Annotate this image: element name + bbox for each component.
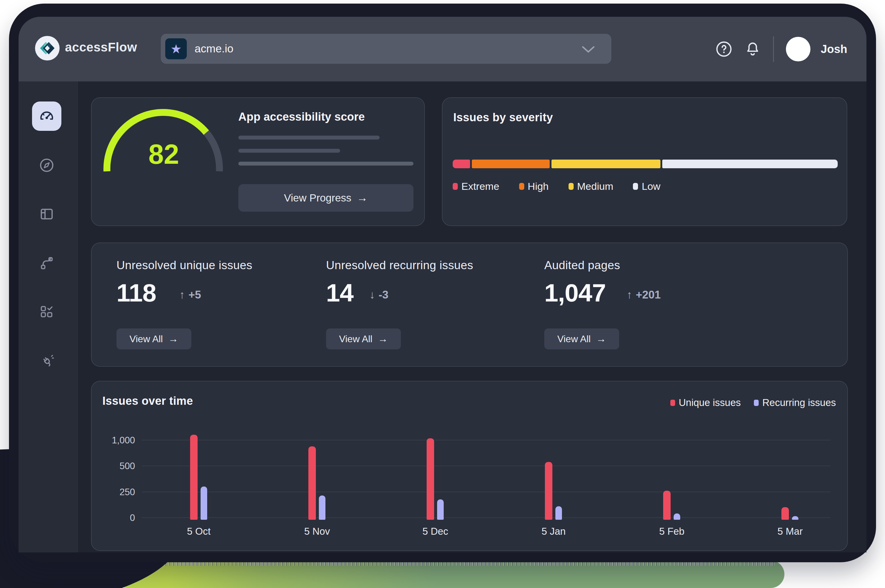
gridline [142,440,831,440]
background-green-strip [114,561,784,588]
y-axis-tick-label: 500 [98,461,135,471]
bar-unique-5-jan [545,462,552,520]
avatar[interactable] [786,37,810,62]
main-content: 82 App accessibility score View Progress… [78,81,867,552]
legend-item: Unique issues [670,397,741,408]
severity-card-title: Issues by severity [453,111,553,124]
score-value: 82 [134,136,194,172]
stat-title: Audited pages [544,259,620,272]
sidebar-item-integrations[interactable] [32,346,62,375]
brand-logo [35,36,60,60]
y-axis-tick-label: 1,000 [98,435,135,446]
legend-swatch-icon [633,183,638,190]
x-axis-tick-label: 5 Jan [524,526,584,537]
stat-value: 14 [326,278,353,308]
severity-segment-medium [552,160,660,168]
help-button[interactable] [716,41,732,57]
legend-item: High [519,180,549,192]
severity-segment-extreme [453,160,470,168]
stat-title: Unresolved recurring issues [326,259,473,272]
legend-label: High [528,180,549,192]
legend-label: Low [642,180,660,192]
plug-icon [39,352,55,369]
sidebar-item-pages[interactable] [32,200,62,229]
legend-item: Recurring issues [754,397,836,408]
bar-recurring-5-nov [319,495,326,520]
workspace-switcher[interactable]: ★ acme.io [161,34,611,64]
topbar: accessFlow ★ acme.io [18,17,867,81]
x-axis-tick-label: 5 Oct [169,526,229,537]
stat-delta: ↑ +201 [627,289,661,301]
legend-label: Medium [577,180,614,192]
sidebar-item-tasks[interactable] [32,297,62,326]
arrow-up-icon: ↑ [179,289,185,301]
bar-unique-5-dec [427,438,434,520]
issues-over-time-card: Issues over time Unique issuesRecurring … [91,381,848,551]
flow-icon [39,255,55,271]
sidebar [18,81,78,552]
bar-recurring-5-mar [792,516,798,520]
app-window: accessFlow ★ acme.io [9,4,876,562]
topbar-divider [773,36,774,62]
legend-swatch-icon [453,183,458,190]
legend-item: Medium [568,180,614,192]
legend-swatch-icon [754,400,759,406]
gridline [142,518,831,518]
bar-unique-5-mar [782,507,789,520]
sidebar-item-explore[interactable] [32,151,62,180]
sidebar-item-flows[interactable] [32,249,62,278]
y-axis-tick-label: 0 [98,513,135,524]
bar-unique-5-nov [308,446,316,520]
legend-label: Extreme [461,180,500,192]
x-axis-tick-label: 5 Dec [405,526,465,537]
view-all-label: View All [557,333,590,345]
stats-card: Unresolved unique issues 118 ↑ +5 View A… [91,243,848,367]
user-name: Josh [820,43,847,56]
skeleton-line [238,149,340,153]
view-progress-button[interactable]: View Progress → [238,184,414,212]
checklist-icon [39,304,55,320]
sidebar-item-dashboard[interactable] [32,102,62,131]
severity-legend: ExtremeHighMediumLow [453,180,660,192]
bar-unique-5-oct [190,435,198,520]
view-all-pages-button[interactable]: View All → [544,328,619,350]
view-all-unique-button[interactable]: View All → [117,328,191,350]
legend-label: Unique issues [679,397,741,408]
score-card: 82 App accessibility score View Progress… [91,97,425,226]
score-card-title: App accessibility score [238,111,364,123]
view-progress-label: View Progress [284,192,351,204]
arrow-right-icon: → [168,333,178,345]
view-all-recurring-button[interactable]: View All → [326,328,401,350]
arrow-right-icon: → [596,333,606,345]
legend-swatch-icon [670,400,675,406]
bar-recurring-5-jan [555,506,562,520]
stat-value: 1,047 [544,278,606,308]
workspace-name: acme.io [195,42,234,55]
gridline [142,465,831,466]
stat-delta-value: +201 [636,289,661,301]
chart-legend: Unique issuesRecurring issues [670,397,836,408]
chevron-down-icon [582,46,595,53]
arrow-up-icon: ↑ [627,289,632,301]
legend-label: Recurring issues [762,397,836,408]
help-icon [716,41,732,57]
chart-title: Issues over time [102,394,193,408]
bell-icon [744,41,761,57]
stat-delta: ↑ +5 [179,289,201,301]
accessflow-logo-icon [39,39,56,57]
gridline [142,492,831,492]
severity-card: Issues by severity ExtremeHighMediumLow [442,97,847,226]
legend-item: Extreme [453,180,500,192]
stat-recurring-issues: Unresolved recurring issues 14 ↓ -3 View… [326,243,518,366]
arrow-down-icon: ↓ [369,289,375,301]
stat-delta-value: -3 [379,289,388,301]
arrow-right-icon: → [357,192,368,204]
legend-swatch-icon [519,183,524,190]
bar-recurring-5-dec [437,500,444,520]
topbar-actions: Josh [716,17,847,81]
stat-title: Unresolved unique issues [117,259,252,272]
window-body: 82 App accessibility score View Progress… [18,81,867,552]
notifications-button[interactable] [744,41,761,57]
view-all-label: View All [129,333,163,345]
x-axis-tick-label: 5 Nov [287,526,347,537]
